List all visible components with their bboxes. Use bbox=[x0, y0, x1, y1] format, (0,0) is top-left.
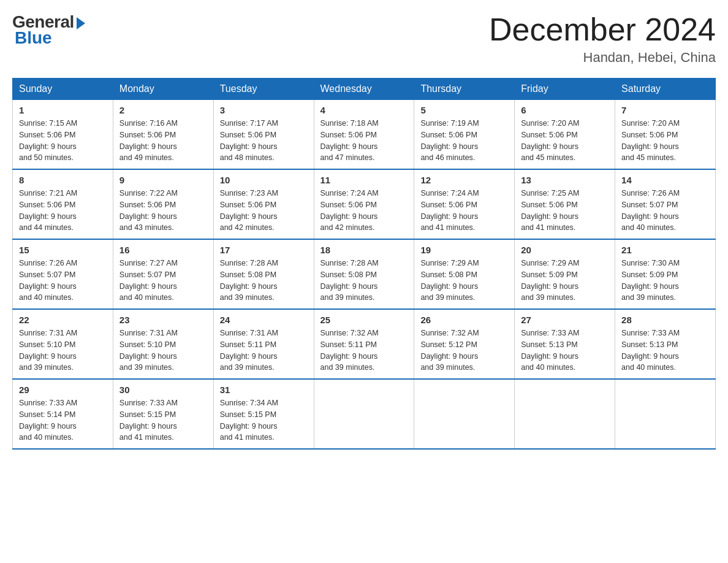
day-number: 27 bbox=[521, 315, 609, 325]
title-block: December 2024 Handan, Hebei, China bbox=[489, 12, 716, 66]
day-info: Sunrise: 7:30 AM Sunset: 5:09 PM Dayligh… bbox=[621, 258, 709, 304]
calendar-week-row: 22 Sunrise: 7:31 AM Sunset: 5:10 PM Dayl… bbox=[13, 309, 716, 379]
day-info: Sunrise: 7:31 AM Sunset: 5:10 PM Dayligh… bbox=[19, 327, 107, 373]
day-info: Sunrise: 7:34 AM Sunset: 5:15 PM Dayligh… bbox=[220, 397, 308, 443]
calendar-cell: 29 Sunrise: 7:33 AM Sunset: 5:14 PM Dayl… bbox=[13, 379, 113, 449]
day-number: 16 bbox=[119, 245, 207, 255]
calendar-cell: 18 Sunrise: 7:28 AM Sunset: 5:08 PM Dayl… bbox=[314, 239, 414, 309]
calendar-table: SundayMondayTuesdayWednesdayThursdayFrid… bbox=[12, 78, 716, 450]
calendar-week-row: 8 Sunrise: 7:21 AM Sunset: 5:06 PM Dayli… bbox=[13, 169, 716, 239]
calendar-cell: 8 Sunrise: 7:21 AM Sunset: 5:06 PM Dayli… bbox=[13, 169, 113, 239]
calendar-cell: 22 Sunrise: 7:31 AM Sunset: 5:10 PM Dayl… bbox=[13, 309, 113, 379]
calendar-cell: 17 Sunrise: 7:28 AM Sunset: 5:08 PM Dayl… bbox=[213, 239, 314, 309]
calendar-cell: 16 Sunrise: 7:27 AM Sunset: 5:07 PM Dayl… bbox=[113, 239, 213, 309]
day-number: 6 bbox=[521, 105, 609, 115]
header-tuesday: Tuesday bbox=[213, 79, 314, 100]
day-number: 28 bbox=[621, 315, 709, 325]
header-sunday: Sunday bbox=[13, 79, 113, 100]
day-number: 24 bbox=[220, 315, 308, 325]
calendar-cell: 31 Sunrise: 7:34 AM Sunset: 5:15 PM Dayl… bbox=[213, 379, 314, 449]
day-number: 7 bbox=[621, 105, 709, 115]
day-info: Sunrise: 7:19 AM Sunset: 5:06 PM Dayligh… bbox=[420, 118, 508, 164]
day-number: 5 bbox=[420, 105, 508, 115]
day-info: Sunrise: 7:23 AM Sunset: 5:06 PM Dayligh… bbox=[220, 188, 308, 234]
day-info: Sunrise: 7:24 AM Sunset: 5:06 PM Dayligh… bbox=[420, 188, 508, 234]
calendar-cell: 14 Sunrise: 7:26 AM Sunset: 5:07 PM Dayl… bbox=[615, 169, 716, 239]
day-info: Sunrise: 7:32 AM Sunset: 5:11 PM Dayligh… bbox=[320, 327, 408, 373]
day-number: 18 bbox=[320, 245, 408, 255]
day-info: Sunrise: 7:33 AM Sunset: 5:13 PM Dayligh… bbox=[521, 327, 609, 373]
logo-arrow-icon bbox=[77, 17, 85, 29]
day-info: Sunrise: 7:25 AM Sunset: 5:06 PM Dayligh… bbox=[521, 188, 609, 234]
day-number: 3 bbox=[220, 105, 308, 115]
day-number: 11 bbox=[320, 175, 408, 185]
calendar-cell: 27 Sunrise: 7:33 AM Sunset: 5:13 PM Dayl… bbox=[515, 309, 615, 379]
day-info: Sunrise: 7:20 AM Sunset: 5:06 PM Dayligh… bbox=[621, 118, 709, 164]
day-info: Sunrise: 7:31 AM Sunset: 5:10 PM Dayligh… bbox=[119, 327, 207, 373]
calendar-cell: 21 Sunrise: 7:30 AM Sunset: 5:09 PM Dayl… bbox=[615, 239, 716, 309]
day-info: Sunrise: 7:31 AM Sunset: 5:11 PM Dayligh… bbox=[220, 327, 308, 373]
day-info: Sunrise: 7:33 AM Sunset: 5:13 PM Dayligh… bbox=[621, 327, 709, 373]
calendar-cell: 25 Sunrise: 7:32 AM Sunset: 5:11 PM Dayl… bbox=[314, 309, 414, 379]
day-number: 31 bbox=[220, 385, 308, 395]
calendar-cell bbox=[314, 379, 414, 449]
calendar-cell: 5 Sunrise: 7:19 AM Sunset: 5:06 PM Dayli… bbox=[414, 100, 515, 170]
calendar-cell: 19 Sunrise: 7:29 AM Sunset: 5:08 PM Dayl… bbox=[414, 239, 515, 309]
header-wednesday: Wednesday bbox=[314, 79, 414, 100]
calendar-cell: 26 Sunrise: 7:32 AM Sunset: 5:12 PM Dayl… bbox=[414, 309, 515, 379]
day-number: 17 bbox=[220, 245, 308, 255]
day-info: Sunrise: 7:21 AM Sunset: 5:06 PM Dayligh… bbox=[19, 188, 107, 234]
calendar-cell: 28 Sunrise: 7:33 AM Sunset: 5:13 PM Dayl… bbox=[615, 309, 716, 379]
day-info: Sunrise: 7:28 AM Sunset: 5:08 PM Dayligh… bbox=[320, 258, 408, 304]
calendar-week-row: 15 Sunrise: 7:26 AM Sunset: 5:07 PM Dayl… bbox=[13, 239, 716, 309]
day-number: 10 bbox=[220, 175, 308, 185]
calendar-cell: 12 Sunrise: 7:24 AM Sunset: 5:06 PM Dayl… bbox=[414, 169, 515, 239]
day-info: Sunrise: 7:24 AM Sunset: 5:06 PM Dayligh… bbox=[320, 188, 408, 234]
day-info: Sunrise: 7:20 AM Sunset: 5:06 PM Dayligh… bbox=[521, 118, 609, 164]
logo-blue-text: Blue bbox=[12, 28, 52, 48]
calendar-cell: 7 Sunrise: 7:20 AM Sunset: 5:06 PM Dayli… bbox=[615, 100, 716, 170]
calendar-cell: 13 Sunrise: 7:25 AM Sunset: 5:06 PM Dayl… bbox=[515, 169, 615, 239]
day-number: 12 bbox=[420, 175, 508, 185]
calendar-cell: 11 Sunrise: 7:24 AM Sunset: 5:06 PM Dayl… bbox=[314, 169, 414, 239]
logo: General Blue bbox=[12, 12, 85, 48]
day-number: 9 bbox=[119, 175, 207, 185]
day-info: Sunrise: 7:22 AM Sunset: 5:06 PM Dayligh… bbox=[119, 188, 207, 234]
day-number: 4 bbox=[320, 105, 408, 115]
calendar-cell: 2 Sunrise: 7:16 AM Sunset: 5:06 PM Dayli… bbox=[113, 100, 213, 170]
day-info: Sunrise: 7:15 AM Sunset: 5:06 PM Dayligh… bbox=[19, 118, 107, 164]
day-number: 2 bbox=[119, 105, 207, 115]
calendar-cell bbox=[414, 379, 515, 449]
day-info: Sunrise: 7:16 AM Sunset: 5:06 PM Dayligh… bbox=[119, 118, 207, 164]
calendar-cell: 1 Sunrise: 7:15 AM Sunset: 5:06 PM Dayli… bbox=[13, 100, 113, 170]
day-number: 8 bbox=[19, 175, 107, 185]
calendar-cell: 6 Sunrise: 7:20 AM Sunset: 5:06 PM Dayli… bbox=[515, 100, 615, 170]
calendar-cell: 15 Sunrise: 7:26 AM Sunset: 5:07 PM Dayl… bbox=[13, 239, 113, 309]
day-number: 21 bbox=[621, 245, 709, 255]
page-header: General Blue December 2024 Handan, Hebei… bbox=[12, 12, 716, 66]
day-info: Sunrise: 7:27 AM Sunset: 5:07 PM Dayligh… bbox=[119, 258, 207, 304]
calendar-week-row: 1 Sunrise: 7:15 AM Sunset: 5:06 PM Dayli… bbox=[13, 100, 716, 170]
day-info: Sunrise: 7:29 AM Sunset: 5:08 PM Dayligh… bbox=[420, 258, 508, 304]
calendar-cell: 24 Sunrise: 7:31 AM Sunset: 5:11 PM Dayl… bbox=[213, 309, 314, 379]
calendar-week-row: 29 Sunrise: 7:33 AM Sunset: 5:14 PM Dayl… bbox=[13, 379, 716, 449]
calendar-cell: 23 Sunrise: 7:31 AM Sunset: 5:10 PM Dayl… bbox=[113, 309, 213, 379]
day-number: 22 bbox=[19, 315, 107, 325]
calendar-header-row: SundayMondayTuesdayWednesdayThursdayFrid… bbox=[13, 79, 716, 100]
day-info: Sunrise: 7:33 AM Sunset: 5:15 PM Dayligh… bbox=[119, 397, 207, 443]
calendar-cell: 3 Sunrise: 7:17 AM Sunset: 5:06 PM Dayli… bbox=[213, 100, 314, 170]
day-number: 13 bbox=[521, 175, 609, 185]
calendar-subtitle: Handan, Hebei, China bbox=[489, 50, 716, 66]
day-number: 30 bbox=[119, 385, 207, 395]
day-number: 15 bbox=[19, 245, 107, 255]
day-info: Sunrise: 7:29 AM Sunset: 5:09 PM Dayligh… bbox=[521, 258, 609, 304]
day-info: Sunrise: 7:18 AM Sunset: 5:06 PM Dayligh… bbox=[320, 118, 408, 164]
day-info: Sunrise: 7:17 AM Sunset: 5:06 PM Dayligh… bbox=[220, 118, 308, 164]
calendar-cell: 4 Sunrise: 7:18 AM Sunset: 5:06 PM Dayli… bbox=[314, 100, 414, 170]
header-thursday: Thursday bbox=[414, 79, 515, 100]
day-number: 25 bbox=[320, 315, 408, 325]
calendar-cell: 10 Sunrise: 7:23 AM Sunset: 5:06 PM Dayl… bbox=[213, 169, 314, 239]
header-saturday: Saturday bbox=[615, 79, 716, 100]
day-info: Sunrise: 7:28 AM Sunset: 5:08 PM Dayligh… bbox=[220, 258, 308, 304]
day-number: 26 bbox=[420, 315, 508, 325]
